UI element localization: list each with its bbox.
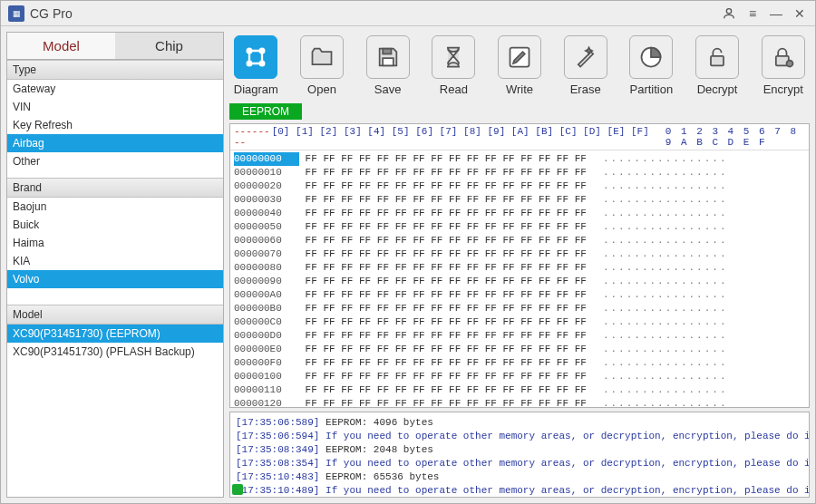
- list-model[interactable]: XC90(P31451730) (EEPROM) XC90(P31451730)…: [7, 325, 223, 497]
- hex-row[interactable]: 00000080 FF FF FF FF FF FF FF FF FF FF F…: [234, 261, 805, 275]
- hex-row[interactable]: 00000110 FF FF FF FF FF FF FF FF FF FF F…: [234, 383, 805, 397]
- list-item[interactable]: Baojun: [7, 198, 223, 216]
- hex-row[interactable]: 00000050 FF FF FF FF FF FF FF FF FF FF F…: [234, 220, 805, 234]
- erase-button[interactable]: Erase: [560, 35, 610, 96]
- section-header-brand: Brand: [7, 178, 223, 198]
- log-line: [17:35:10:483] EEPROM: 65536 bytes: [236, 470, 803, 484]
- hex-viewer: -------- [0] [1] [2] [3] [4] [5] [6] [7]…: [229, 123, 810, 408]
- log-line: [17:35:08:349] EEPROM: 2048 bytes: [236, 443, 803, 457]
- svg-point-4: [260, 62, 265, 66]
- hex-header-ascii: 0 1 2 3 4 5 6 7 8 9 A B C D E F: [665, 126, 805, 148]
- toolbar: DiagramOpenSaveReadWriteErasePartitionDe…: [229, 32, 810, 100]
- section-header-model: Model: [7, 305, 223, 325]
- log-line: [17:35:08:354] If you need to operate ot…: [236, 457, 803, 470]
- tab-model[interactable]: Model: [7, 33, 115, 59]
- log-line: [17:35:06:594] If you need to operate ot…: [236, 430, 803, 443]
- read-button[interactable]: Read: [429, 35, 479, 96]
- list-item[interactable]: Buick: [7, 216, 223, 234]
- toolbar-label: Partition: [627, 82, 676, 96]
- log-line: [17:35:10:489] If you need to operate ot…: [236, 484, 803, 498]
- app-window: ▦ CG Pro ≡ — ✕ Model Chip Type Gateway V…: [0, 0, 816, 504]
- toolbar-label: Read: [429, 82, 479, 96]
- toolbar-label: Encrypt: [758, 82, 808, 96]
- save-icon: [366, 35, 410, 79]
- tab-chip[interactable]: Chip: [115, 33, 223, 59]
- hex-row[interactable]: 000000F0 FF FF FF FF FF FF FF FF FF FF F…: [234, 356, 805, 370]
- list-type[interactable]: Gateway VIN Key Refresh Airbag Other: [7, 80, 223, 178]
- sidebar-tabs: Model Chip: [7, 33, 223, 60]
- close-icon[interactable]: ✕: [792, 5, 808, 22]
- toolbar-label: Save: [363, 82, 413, 96]
- hex-row[interactable]: 000000B0 FF FF FF FF FF FF FF FF FF FF F…: [234, 302, 805, 315]
- hex-header-addr: --------: [234, 126, 272, 148]
- list-brand[interactable]: Baojun Buick Haima KIA Volvo: [7, 198, 223, 305]
- toolbar-label: Decrypt: [693, 82, 743, 96]
- list-item[interactable]: Other: [7, 152, 223, 170]
- list-item[interactable]: Gateway: [7, 80, 223, 98]
- hex-row[interactable]: 00000100 FF FF FF FF FF FF FF FF FF FF F…: [234, 370, 805, 383]
- list-item[interactable]: Volvo: [7, 270, 223, 288]
- diagram-button[interactable]: Diagram: [231, 35, 281, 96]
- list-item[interactable]: VIN: [7, 98, 223, 116]
- hex-row[interactable]: 000000C0 FF FF FF FF FF FF FF FF FF FF F…: [234, 315, 805, 329]
- pencil-icon: [498, 35, 541, 79]
- wand-icon: [564, 35, 607, 79]
- open-button[interactable]: Open: [297, 35, 347, 96]
- hex-body[interactable]: 00000000 FF FF FF FF FF FF FF FF FF FF F…: [230, 150, 809, 407]
- pie-icon: [629, 35, 673, 79]
- memory-tab: EEPROM: [229, 103, 810, 120]
- menu-icon[interactable]: ≡: [744, 5, 761, 22]
- encrypt-button[interactable]: Encrypt: [758, 35, 808, 96]
- hex-row[interactable]: 000000D0 FF FF FF FF FF FF FF FF FF FF F…: [234, 329, 805, 343]
- folder-open-icon: [300, 35, 344, 79]
- svg-point-3: [248, 62, 252, 66]
- hex-row[interactable]: 00000030 FF FF FF FF FF FF FF FF FF FF F…: [234, 193, 805, 207]
- list-item[interactable]: XC90(P31451730) (PFLASH Backup): [7, 343, 223, 361]
- user-icon[interactable]: [721, 5, 737, 22]
- hex-row[interactable]: 00000090 FF FF FF FF FF FF FF FF FF FF F…: [234, 275, 805, 288]
- hourglass-icon: [432, 35, 475, 79]
- partition-button[interactable]: Partition: [627, 35, 676, 96]
- list-item[interactable]: Airbag: [7, 134, 223, 152]
- app-logo: ▦: [8, 5, 24, 22]
- list-item[interactable]: Haima: [7, 234, 223, 252]
- decrypt-button[interactable]: Decrypt: [693, 35, 743, 96]
- diagram-icon: [234, 35, 277, 79]
- toolbar-label: Open: [297, 82, 347, 96]
- titlebar: ▦ CG Pro ≡ — ✕: [1, 1, 815, 26]
- toolbar-label: Diagram: [231, 82, 281, 96]
- toolbar-label: Erase: [560, 82, 610, 96]
- lock-open-icon: [695, 35, 739, 79]
- section-header-type: Type: [7, 60, 223, 80]
- right-panel: DiagramOpenSaveReadWriteErasePartitionDe…: [229, 32, 810, 498]
- log-panel[interactable]: [17:35:06:589] EEPROM: 4096 bytes[17:35:…: [229, 412, 810, 498]
- hex-row[interactable]: 00000020 FF FF FF FF FF FF FF FF FF FF F…: [234, 179, 805, 193]
- hex-row[interactable]: 00000120 FF FF FF FF FF FF FF FF FF FF F…: [234, 397, 805, 407]
- lock-gear-icon: [762, 35, 805, 79]
- hex-row[interactable]: 00000010 FF FF FF FF FF FF FF FF FF FF F…: [234, 166, 805, 179]
- list-item[interactable]: KIA: [7, 252, 223, 270]
- hex-header-columns: [0] [1] [2] [3] [4] [5] [6] [7] [8] [9] …: [272, 126, 649, 148]
- list-item[interactable]: XC90(P31451730) (EEPROM): [7, 325, 223, 343]
- memory-tab-label[interactable]: EEPROM: [229, 103, 302, 120]
- status-indicator: [232, 484, 243, 495]
- hex-row[interactable]: 00000000 FF FF FF FF FF FF FF FF FF FF F…: [234, 152, 805, 166]
- svg-rect-9: [711, 56, 724, 66]
- hex-row[interactable]: 000000A0 FF FF FF FF FF FF FF FF FF FF F…: [234, 288, 805, 302]
- toolbar-label: Write: [495, 82, 545, 96]
- write-button[interactable]: Write: [495, 35, 545, 96]
- left-panel: Model Chip Type Gateway VIN Key Refresh …: [6, 32, 224, 498]
- hex-row[interactable]: 000000E0 FF FF FF FF FF FF FF FF FF FF F…: [234, 343, 805, 356]
- svg-point-1: [248, 49, 252, 53]
- list-item[interactable]: Key Refresh: [7, 116, 223, 134]
- hex-row[interactable]: 00000040 FF FF FF FF FF FF FF FF FF FF F…: [234, 207, 805, 220]
- hex-row[interactable]: 00000070 FF FF FF FF FF FF FF FF FF FF F…: [234, 247, 805, 261]
- hex-header: -------- [0] [1] [2] [3] [4] [5] [6] [7]…: [230, 124, 809, 150]
- hex-row[interactable]: 00000060 FF FF FF FF FF FF FF FF FF FF F…: [234, 234, 805, 247]
- svg-point-2: [260, 49, 265, 53]
- svg-point-11: [786, 61, 792, 67]
- save-button[interactable]: Save: [363, 35, 413, 96]
- svg-point-0: [726, 8, 731, 13]
- svg-rect-6: [383, 58, 393, 65]
- minimize-icon[interactable]: —: [768, 5, 784, 22]
